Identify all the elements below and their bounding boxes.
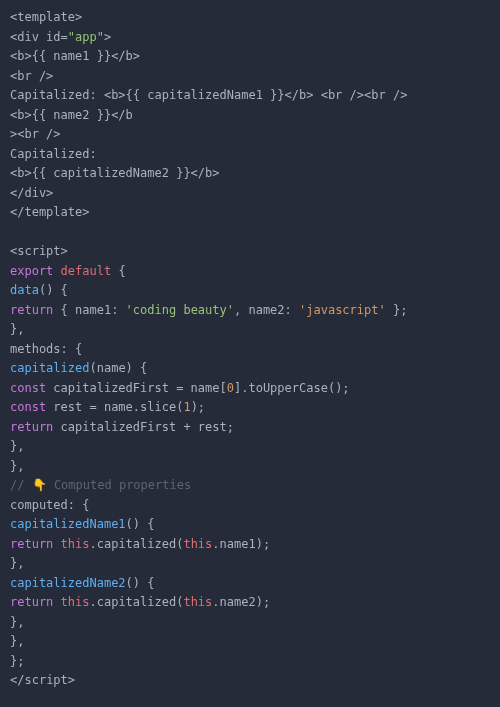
code-token: this <box>61 595 90 609</box>
code-line: const rest = name.slice(1); <box>10 400 205 414</box>
code-token: () { <box>39 283 68 297</box>
code-token: return <box>10 420 53 434</box>
code-token: return <box>10 303 53 317</box>
code-line: }, <box>10 459 24 473</box>
code-token: }, <box>10 439 24 453</box>
code-token: () { <box>126 517 155 531</box>
code-token: </div> <box>10 186 53 200</box>
code-token: <script> <box>10 244 68 258</box>
code-token: methods: { <box>10 342 82 356</box>
code-token: .name1); <box>212 537 270 551</box>
code-line: <b>{{ name2 }}</b <box>10 108 133 122</box>
code-token: }, <box>10 615 24 629</box>
code-token: </template> <box>10 205 89 219</box>
code-token: capitalizedName1 <box>10 517 126 531</box>
code-token: , name2: <box>234 303 299 317</box>
code-line: <b>{{ name1 }}</b> <box>10 49 140 63</box>
code-token: return <box>10 537 53 551</box>
code-line: Capitalized: <b>{{ capitalizedName1 }}</… <box>10 88 407 102</box>
code-token: const <box>10 400 46 414</box>
code-line: <b>{{ capitalizedName2 }}</b> <box>10 166 220 180</box>
code-line: }, <box>10 439 24 453</box>
code-token: .capitalized( <box>90 537 184 551</box>
code-token: () { <box>126 576 155 590</box>
code-token: export <box>10 264 53 278</box>
code-line: <br /> <box>10 69 53 83</box>
code-token: default <box>61 264 112 278</box>
code-token: const <box>10 381 46 395</box>
code-token: Capitalized: <box>10 147 97 161</box>
code-line: }, <box>10 322 24 336</box>
code-token: <b>{{ capitalizedName2 }}</b> <box>10 166 220 180</box>
code-token: 0 <box>227 381 234 395</box>
code-token <box>53 595 60 609</box>
code-token: <br /> <box>10 69 53 83</box>
code-line: return this.capitalized(this.name1); <box>10 537 270 551</box>
code-token: }, <box>10 634 24 648</box>
code-token: this <box>183 595 212 609</box>
code-line: // 👇 Computed properties <box>10 478 191 492</box>
code-token: data <box>10 283 39 297</box>
code-token: Capitalized: <b>{{ capitalizedName1 }}</… <box>10 88 407 102</box>
code-line: }, <box>10 556 24 570</box>
code-token: ipt> <box>46 673 75 687</box>
code-token: ].toUpperCase(); <box>234 381 350 395</box>
code-token: ><br /> <box>10 127 61 141</box>
code-token: <template> <box>10 10 82 24</box>
code-token: .name2); <box>212 595 270 609</box>
code-token: }, <box>10 322 24 336</box>
code-token: capitalizedFirst = name[ <box>46 381 227 395</box>
code-line: }, <box>10 634 24 648</box>
code-token: .capitalized( <box>90 595 184 609</box>
code-line: </template> <box>10 205 89 219</box>
code-token: return <box>10 595 53 609</box>
code-token: </scr <box>10 673 46 687</box>
code-line: return capitalizedFirst + rest; <box>10 420 234 434</box>
code-token: }; <box>386 303 408 317</box>
code-token: this <box>183 537 212 551</box>
code-line: Capitalized: <box>10 147 97 161</box>
code-line: capitalizedName2() { <box>10 576 155 590</box>
code-token: "app" <box>68 30 104 44</box>
code-token: <b>{{ name2 }}</b <box>10 108 133 122</box>
code-token: capitalizedName2 <box>10 576 126 590</box>
code-line: return { name1: 'coding beauty', name2: … <box>10 303 407 317</box>
code-token: 'coding beauty' <box>126 303 234 317</box>
code-line: <div id="app"> <box>10 30 111 44</box>
code-token: }; <box>10 654 24 668</box>
code-token: ); <box>191 400 205 414</box>
code-token: computed: { <box>10 498 89 512</box>
code-line: computed: { <box>10 498 89 512</box>
code-line: data() { <box>10 283 68 297</box>
code-token: <b>{{ name1 }}</b> <box>10 49 140 63</box>
code-token: capitalized <box>10 361 89 375</box>
code-line: <template> <box>10 10 82 24</box>
code-block: <template> <div id="app"> <b>{{ name1 }}… <box>0 0 500 703</box>
code-line: capitalizedName1() { <box>10 517 155 531</box>
code-token <box>53 537 60 551</box>
code-token: }, <box>10 556 24 570</box>
code-line: capitalized(name) { <box>10 361 147 375</box>
code-token: this <box>61 537 90 551</box>
code-line: </script> <box>10 673 75 687</box>
code-line: return this.capitalized(this.name2); <box>10 595 270 609</box>
code-token: }, <box>10 459 24 473</box>
code-line: <script> <box>10 244 68 258</box>
code-token: 'javascript' <box>299 303 386 317</box>
code-token: capitalizedFirst + rest; <box>53 420 234 434</box>
code-line: </div> <box>10 186 53 200</box>
code-line: const capitalizedFirst = name[0].toUpper… <box>10 381 350 395</box>
code-token: (name) { <box>89 361 147 375</box>
code-token: // 👇 Computed properties <box>10 478 191 492</box>
code-line: }; <box>10 654 24 668</box>
code-line: ><br /> <box>10 127 61 141</box>
code-token: > <box>104 30 111 44</box>
code-token: { <box>111 264 125 278</box>
code-token <box>53 264 60 278</box>
code-token: <div id= <box>10 30 68 44</box>
code-line: export default { <box>10 264 126 278</box>
code-line: methods: { <box>10 342 82 356</box>
code-token: rest = name.slice( <box>46 400 183 414</box>
code-token: 1 <box>183 400 190 414</box>
code-line: }, <box>10 615 24 629</box>
